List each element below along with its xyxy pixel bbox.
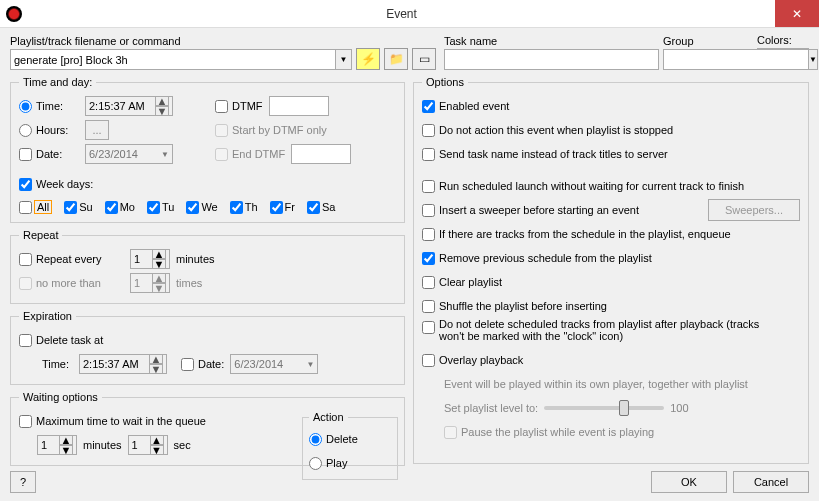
folder-icon-button[interactable]: 📁 <box>384 48 408 70</box>
group-input[interactable] <box>663 49 808 70</box>
taskname-input[interactable] <box>444 49 659 70</box>
action-play-radio[interactable] <box>309 457 322 470</box>
wait-sec-input[interactable]: 1▲▼ <box>128 435 168 455</box>
day-sa-check[interactable] <box>307 201 320 214</box>
day-fr-check[interactable] <box>270 201 283 214</box>
day-tu-check[interactable] <box>147 201 160 214</box>
dtmf-input[interactable] <box>269 96 329 116</box>
runscheduled-check[interactable] <box>422 180 435 193</box>
time-day-group: Time and day: Time: 2:15:37 AM▲▼ DTMF Ho… <box>10 76 405 223</box>
sendtask-check[interactable] <box>422 148 435 161</box>
hours-radio[interactable] <box>19 124 32 137</box>
window-title: Event <box>28 7 775 21</box>
filename-label: Playlist/track filename or command <box>10 35 352 47</box>
repeat-every-check[interactable] <box>19 253 32 266</box>
exp-date-check[interactable] <box>181 358 194 371</box>
clear-check[interactable] <box>422 276 435 289</box>
repeat-group: Repeat Repeat every 1▲▼ minutes no more … <box>10 229 405 304</box>
options-group: Options Enabled event Do not action this… <box>413 76 809 464</box>
taskname-label: Task name <box>444 35 659 47</box>
group-label: Group <box>663 35 753 47</box>
end-dtmf-input <box>291 144 351 164</box>
ok-button[interactable]: OK <box>651 471 727 493</box>
maxwait-check[interactable] <box>19 415 32 428</box>
filename-dropdown-icon[interactable]: ▼ <box>335 49 352 70</box>
window-icon-button[interactable]: ▭ <box>412 48 436 70</box>
help-button[interactable]: ? <box>10 471 36 493</box>
shuffle-check[interactable] <box>422 300 435 313</box>
level-slider <box>544 406 664 410</box>
pause-check <box>444 426 457 439</box>
dtmf-check[interactable] <box>215 100 228 113</box>
waiting-group: Waiting options Maximum time to wait in … <box>10 391 405 466</box>
expiration-group: Expiration Delete task at Time: 2:15:37 … <box>10 310 405 385</box>
date-select[interactable]: 6/23/2014▼ <box>85 144 173 164</box>
enabled-check[interactable] <box>422 100 435 113</box>
delete-task-check[interactable] <box>19 334 32 347</box>
date-check[interactable] <box>19 148 32 161</box>
time-radio[interactable] <box>19 100 32 113</box>
cancel-button[interactable]: Cancel <box>733 471 809 493</box>
iftracks-check[interactable] <box>422 228 435 241</box>
weekdays-check[interactable] <box>19 178 32 191</box>
exp-date-select[interactable]: 6/23/2014▼ <box>230 354 318 374</box>
group-dropdown-icon[interactable]: ▼ <box>808 49 818 70</box>
day-su-check[interactable] <box>64 201 77 214</box>
start-dtmf-check <box>215 124 228 137</box>
colors-label: Colors: <box>757 34 809 46</box>
action-group: Action Delete Play <box>302 411 398 480</box>
end-dtmf-check <box>215 148 228 161</box>
sweepers-button: Sweepers... <box>708 199 800 221</box>
wait-min-input[interactable]: 1▲▼ <box>37 435 77 455</box>
time-input[interactable]: 2:15:37 AM▲▼ <box>85 96 173 116</box>
nodelete-check[interactable] <box>422 321 435 334</box>
repeat-every-input[interactable]: 1▲▼ <box>130 249 170 269</box>
hours-dots-button[interactable]: ... <box>85 120 109 140</box>
bolt-icon-button[interactable]: ⚡ <box>356 48 380 70</box>
exp-time-input[interactable]: 2:15:37 AM▲▼ <box>79 354 167 374</box>
day-th-check[interactable] <box>230 201 243 214</box>
nomore-input: 1▲▼ <box>130 273 170 293</box>
action-delete-radio[interactable] <box>309 433 322 446</box>
app-icon <box>6 6 22 22</box>
noaction-check[interactable] <box>422 124 435 137</box>
close-button[interactable]: ✕ <box>775 0 819 27</box>
all-days-check[interactable] <box>19 201 32 214</box>
filename-input[interactable] <box>10 49 335 70</box>
overlay-check[interactable] <box>422 354 435 367</box>
day-mo-check[interactable] <box>105 201 118 214</box>
day-we-check[interactable] <box>186 201 199 214</box>
insertsweeper-check[interactable] <box>422 204 435 217</box>
nomore-check <box>19 277 32 290</box>
removeprev-check[interactable] <box>422 252 435 265</box>
